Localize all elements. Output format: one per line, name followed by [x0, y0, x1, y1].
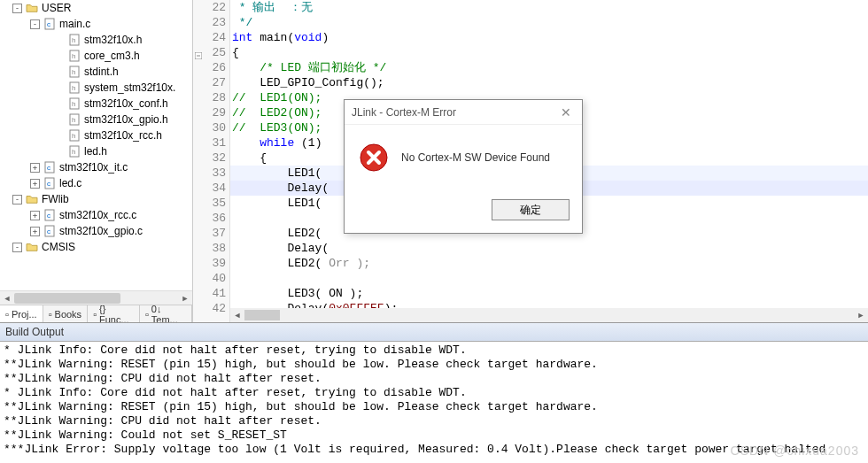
svg-text:h: h [72, 36, 75, 44]
code-line[interactable]: { [230, 45, 868, 60]
tree-item[interactable]: +cled.c [4, 175, 192, 191]
expand-icon[interactable]: - [30, 19, 40, 29]
line-number: 33 [193, 166, 226, 181]
svg-text:h: h [72, 52, 75, 60]
code-line[interactable]: /* LED 端口初始化 */ [230, 60, 868, 75]
line-number: 26 [193, 60, 226, 75]
scroll-left-icon[interactable]: ◄ [230, 308, 244, 322]
sidebar-tabs: ▫Proj...▫Books▫{} Func...▫0↓ Tem... [0, 305, 192, 322]
code-line[interactable] [230, 271, 868, 286]
line-number: 35 [193, 196, 226, 211]
dialog-message: No Cortex-M SW Device Found [401, 151, 550, 164]
tree-item[interactable]: +cstm32f10x_it.c [4, 159, 192, 175]
tree-label: CMSIS [42, 241, 75, 253]
tree-item[interactable]: hstdint.h [4, 64, 192, 80]
line-number: 22 [193, 0, 226, 15]
line-number: 31 [193, 135, 226, 150]
svg-text:h: h [72, 84, 75, 92]
svg-text:c: c [47, 180, 50, 188]
svg-text:c: c [47, 228, 50, 235]
tree-label: stdint.h [84, 66, 119, 78]
tab-label: {} Func... [99, 304, 134, 323]
hfile-icon: h [67, 50, 81, 62]
tree-item[interactable]: -CMSIS [4, 239, 192, 255]
tree-item[interactable]: -USER [4, 0, 192, 16]
cfile-icon: c [43, 209, 57, 221]
sidebar-tab[interactable]: ▫0↓ Tem... [140, 305, 192, 322]
cfile-icon: c [43, 18, 57, 30]
tree-label: stm32f10x_gpio.c [59, 225, 143, 237]
expand-icon[interactable]: + [30, 163, 40, 173]
watermark: CSDN @chixua2003 [731, 444, 859, 458]
tree-item[interactable]: -FWlib [4, 191, 192, 207]
tree-item[interactable]: hcore_cm3.h [4, 48, 192, 64]
expand-icon[interactable]: + [30, 211, 40, 220]
cfile-icon: c [43, 161, 57, 174]
scroll-thumb[interactable] [244, 310, 280, 320]
hfile-icon: h [67, 34, 81, 46]
line-number: 30 [193, 120, 226, 135]
tab-icon: ▫ [49, 309, 52, 320]
error-dialog: JLink - Cortex-M Error ✕ No Cortex-M SW … [344, 99, 583, 234]
sidebar-tab[interactable]: ▫Proj... [0, 305, 43, 322]
tree-item[interactable]: +cstm32f10x_gpio.c [4, 223, 192, 239]
tree-item[interactable]: hsystem_stm32f10x. [4, 80, 192, 96]
hfile-icon: h [67, 113, 81, 126]
code-line[interactable]: LED3( ON ); [230, 286, 868, 301]
line-number: 40 [193, 271, 226, 286]
code-line[interactable]: int main(void) [230, 30, 868, 45]
expand-icon[interactable]: + [30, 179, 40, 189]
line-number: 28 [193, 90, 226, 105]
tree-item[interactable]: +cstm32f10x_rcc.c [4, 207, 192, 223]
code-line[interactable]: * 输出 ：无 [230, 0, 868, 15]
line-gutter: 2223242526272829303132333435363738394041… [193, 0, 230, 322]
tree-item[interactable]: -cmain.c [4, 16, 192, 32]
scroll-thumb[interactable] [14, 293, 120, 304]
hfile-icon: h [67, 145, 81, 158]
folder-icon [25, 193, 39, 205]
tab-icon: ▫ [5, 309, 9, 320]
dialog-titlebar[interactable]: JLink - Cortex-M Error ✕ [345, 100, 582, 125]
build-output-header[interactable]: Build Output [0, 323, 868, 342]
tree-item[interactable]: hstm32f10x.h [4, 32, 192, 48]
tree-label: stm32f10x_conf.h [84, 97, 168, 110]
tree-label: led.h [84, 145, 107, 158]
tree-label: USER [42, 2, 71, 14]
close-icon[interactable]: ✕ [557, 105, 575, 120]
tree-label: stm32f10x_gpio.h [84, 113, 168, 126]
expand-icon[interactable]: - [12, 243, 22, 252]
folder-open-icon [25, 2, 39, 14]
tree-item[interactable]: hstm32f10x_conf.h [4, 96, 192, 112]
tree-label: core_cm3.h [84, 50, 140, 62]
line-number: 36 [193, 211, 226, 226]
dialog-title-text: JLink - Cortex-M Error [352, 106, 456, 119]
code-line[interactable]: */ [230, 15, 868, 30]
tree-item[interactable]: hled.h [4, 143, 192, 159]
code-line[interactable]: LED2( Orr ); [230, 256, 868, 271]
tree-label: main.c [59, 18, 90, 30]
code-line[interactable]: LED_GPIO_Config(); [230, 75, 868, 90]
build-output-panel: Build Output * JLink Info: Core did not … [0, 322, 868, 463]
line-number: 37 [193, 226, 226, 241]
fold-mark-icon[interactable] [195, 49, 202, 56]
editor-hscroll[interactable]: ◄ ► [230, 308, 868, 322]
svg-text:c: c [47, 212, 50, 220]
tree-label: system_stm32f10x. [84, 81, 175, 94]
expand-icon[interactable]: - [12, 4, 22, 13]
tree-item[interactable]: hstm32f10x_rcc.h [4, 127, 192, 143]
expand-icon[interactable]: + [30, 227, 40, 236]
expand-icon[interactable]: - [12, 195, 22, 204]
ok-button[interactable]: 确定 [492, 199, 570, 220]
scroll-right-icon[interactable]: ► [854, 308, 868, 322]
svg-text:h: h [72, 116, 75, 124]
line-number: 32 [193, 150, 226, 166]
tree-item[interactable]: hstm32f10x_gpio.h [4, 112, 192, 127]
svg-text:c: c [47, 164, 50, 172]
cfile-icon: c [43, 225, 57, 237]
tab-label: Proj... [12, 309, 37, 320]
sidebar-tab[interactable]: ▫{} Func... [88, 305, 140, 322]
sidebar-tab[interactable]: ▫Books [43, 305, 88, 322]
scroll-left-icon[interactable]: ◄ [0, 291, 14, 305]
project-tree[interactable]: -USER-cmain.chstm32f10x.hhcore_cm3.hhstd… [0, 0, 192, 255]
code-line[interactable]: Delay( [230, 241, 868, 256]
